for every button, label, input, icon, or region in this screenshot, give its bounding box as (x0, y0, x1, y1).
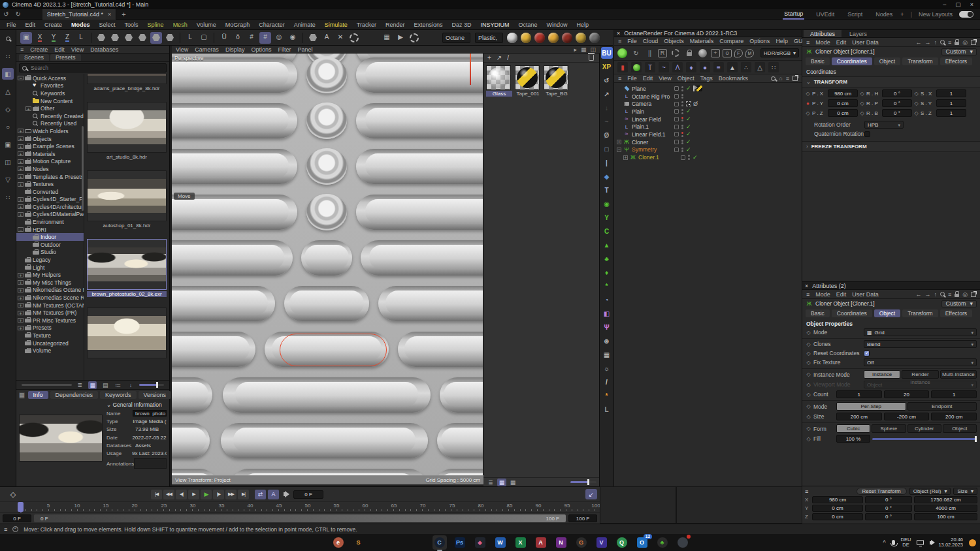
rings-button[interactable]: ◎ (273, 32, 285, 44)
add-layout-button[interactable]: + (900, 11, 904, 18)
octane-close-icon[interactable]: × (617, 30, 620, 37)
keyframe-dot-icon[interactable] (806, 392, 811, 398)
layer-square-icon[interactable] (674, 125, 679, 129)
attr-menu-item[interactable]: Edit (836, 291, 847, 298)
octane-materials-icon[interactable]: T (645, 62, 655, 72)
om-menu-item[interactable]: Tags (700, 75, 713, 82)
playhead[interactable] (18, 502, 24, 512)
keyframe-options-button[interactable]: ↙ (585, 489, 597, 499)
keyframe-dot-icon[interactable] (806, 426, 811, 432)
keyframe-dot-icon[interactable] (859, 110, 865, 116)
keyframe-dot-icon[interactable] (805, 91, 811, 97)
grid-view-button[interactable]: ▦ (88, 381, 97, 389)
popout-icon[interactable] (971, 40, 976, 45)
keyframe-dot-icon[interactable] (806, 360, 811, 366)
keyframe-dot-icon[interactable] (805, 110, 811, 116)
form-segment[interactable]: Cylinder (907, 424, 941, 433)
menu-item[interactable]: Help (577, 22, 589, 28)
workplane-strip-button[interactable]: L (601, 403, 613, 415)
step-mode-segment[interactable]: Per-Step (836, 402, 906, 411)
field-sphere-button[interactable]: ◔ (601, 294, 613, 306)
visibility-dots-icon[interactable] (681, 132, 684, 137)
z-axis-lock[interactable]: Z (61, 32, 73, 44)
network-display-icon[interactable] (917, 540, 924, 545)
tree-item[interactable]: Studio (16, 249, 84, 257)
tree-item[interactable]: Uncategorized (16, 339, 84, 347)
tree-item[interactable]: + PR Misc Textures (16, 317, 84, 324)
pick-material-icon[interactable]: ↗ (497, 54, 502, 61)
live-viewer-button[interactable] (631, 62, 642, 72)
polyfx-button[interactable]: ▲ (601, 239, 613, 251)
keyframe-dot-icon[interactable] (805, 101, 811, 106)
expand-icon[interactable]: − (18, 76, 24, 80)
xparticles-xp-button[interactable]: XP (601, 61, 613, 72)
new-layouts-toggle[interactable] (959, 11, 973, 18)
tree-item[interactable]: Keywords (16, 89, 84, 97)
thumbnail-size-slider[interactable] (139, 384, 164, 386)
tree-item[interactable]: + Objects (16, 135, 84, 143)
menu-item[interactable]: Octane (519, 22, 538, 28)
tree-item[interactable]: − HDRI (16, 226, 84, 234)
preset-dropdown[interactable]: Custom ▾ (941, 300, 977, 307)
coords-burger-icon[interactable]: ≡ (805, 488, 808, 495)
edge-browser[interactable]: e (331, 535, 346, 550)
form-segment[interactable]: Cubic (836, 424, 870, 433)
param-field[interactable]: 980 cm (828, 89, 858, 97)
om-menu-item[interactable]: Edit (643, 75, 653, 82)
attribute-subtab[interactable]: Transform (902, 309, 938, 317)
browser-menu-item[interactable]: View (71, 46, 84, 53)
info-tab[interactable]: Keywords (100, 391, 137, 399)
octane-logo-icon[interactable] (617, 48, 628, 59)
material-preset-dropdown[interactable]: Plastic, (475, 33, 503, 43)
back-icon[interactable]: ← (915, 39, 921, 46)
search-input[interactable] (29, 64, 163, 72)
dots-icon[interactable]: ∴ (741, 62, 751, 72)
step-mode-segment[interactable]: Endpoint (907, 402, 977, 411)
language-indicator[interactable]: DEU DE (901, 537, 911, 548)
position-field[interactable]: 980 cm (812, 496, 863, 503)
tree-item[interactable]: + Materials (16, 150, 84, 158)
keyframe-dot-icon[interactable] (913, 110, 919, 116)
diamond-tool-icon[interactable]: ◇ (2, 103, 14, 115)
position-field[interactable]: 0 cm (812, 505, 863, 512)
size-field[interactable]: -200 cm (884, 413, 930, 420)
outlook[interactable]: O 12 (635, 535, 649, 550)
expand-icon[interactable]: + (18, 197, 24, 202)
attributes-tab[interactable]: Attributes (804, 30, 841, 37)
tree-item[interactable]: New Content (16, 97, 84, 105)
up-icon[interactable]: ↑ (934, 291, 937, 298)
octane-menu-item[interactable]: Help (776, 38, 788, 44)
asset-item[interactable] (87, 307, 167, 358)
material-ball-darkred[interactable] (562, 33, 572, 43)
tree-item[interactable]: − Quick Access (16, 74, 84, 82)
attr-search-icon[interactable] (940, 292, 945, 296)
layer-square-icon[interactable] (674, 132, 679, 136)
layout-tab[interactable]: Script (846, 10, 864, 19)
keyframe-dot-icon[interactable] (806, 351, 811, 356)
browser-menu-item[interactable]: Databases (90, 46, 118, 53)
enabled-check-icon[interactable] (686, 139, 691, 145)
tree-item[interactable]: + NM Textures (OCTANE) (16, 302, 84, 309)
octane-hanger-icon[interactable]: Λ (672, 62, 683, 72)
material-item[interactable]: Glass (486, 65, 512, 97)
keyframe-dot-icon[interactable] (806, 403, 811, 409)
layer-square-icon[interactable] (674, 148, 679, 152)
menu-item[interactable]: Select (99, 22, 116, 28)
octane-burger-icon[interactable]: ≡ (618, 38, 621, 44)
start-button[interactable] (291, 535, 305, 550)
guardian-app[interactable]: G (574, 535, 589, 550)
tree-item[interactable]: + Templates & Presets (16, 173, 84, 181)
octane-menu-item[interactable]: Cloud (643, 38, 659, 44)
object-row[interactable]: + Cloner (614, 138, 802, 146)
document-tab[interactable]: Stretch_Tutorial.c4d * × (42, 9, 116, 20)
om-popout-icon[interactable] (792, 76, 798, 81)
expand-icon[interactable]: + (18, 204, 24, 209)
material-item[interactable]: Tape_BG (544, 65, 570, 97)
tree-item[interactable]: + Example Scenes (16, 142, 84, 150)
h-scrollbar[interactable] (22, 384, 72, 386)
octane-object-button[interactable]: * (601, 390, 613, 401)
eyedropper-icon[interactable]: / (507, 54, 509, 61)
quantize-toggle-button[interactable]: A (268, 490, 279, 499)
close-button[interactable]: × (970, 1, 973, 8)
tree-item[interactable]: Light (16, 264, 84, 272)
